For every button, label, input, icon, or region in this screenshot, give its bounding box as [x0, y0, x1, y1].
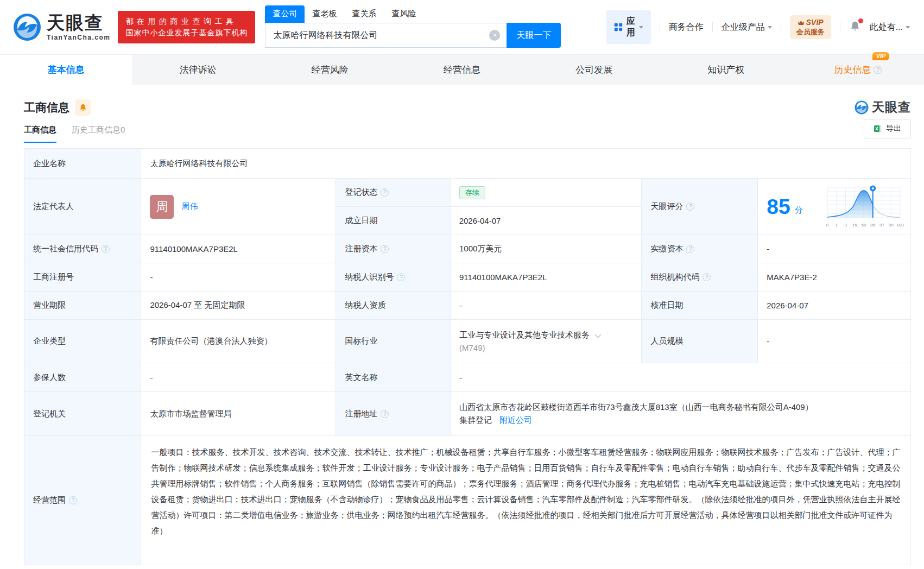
- svg-text:85: 85: [870, 223, 875, 227]
- field-label: 营业期限: [33, 300, 66, 311]
- subtab-history-registration[interactable]: 历史工商信息0: [72, 125, 125, 143]
- svip-membership-button[interactable]: SVIP 会员服务: [790, 15, 831, 39]
- help-icon[interactable]: [69, 496, 77, 504]
- field-label: 登记机关: [33, 409, 66, 419]
- user-account-menu[interactable]: 此处有...: [870, 22, 910, 33]
- section-title: 工商信息: [24, 100, 69, 115]
- score-unit: 分: [795, 205, 803, 216]
- legal-rep-avatar[interactable]: 周: [150, 195, 174, 219]
- field-label: 注册地址: [345, 409, 377, 419]
- table-row: 企业类型 有限责任公司（港澳台法人独资） 国标行业 工业与专业设计及其他专业技术…: [24, 320, 910, 363]
- divider: [781, 22, 781, 32]
- table-row: 参保人数 - 英文名称 -: [24, 363, 910, 392]
- tab-business-info[interactable]: 经营信息: [396, 55, 528, 85]
- search-tab-boss[interactable]: 查老板: [305, 5, 344, 23]
- svg-text:0: 0: [826, 223, 829, 227]
- divider: [840, 22, 840, 32]
- tianyancha-watermark: 天眼查: [855, 99, 911, 116]
- notifications-bell-icon[interactable]: [849, 20, 861, 34]
- tab-operational-risk[interactable]: 经营风险: [264, 55, 396, 85]
- svg-text:100: 100: [896, 223, 904, 227]
- help-icon[interactable]: [686, 245, 694, 253]
- header-right-nav: 应用 商务合作 企业级产品 SVIP 会员服务: [606, 10, 910, 44]
- notification-dot: [858, 18, 863, 23]
- logo-title: 天眼查: [47, 14, 110, 31]
- subscribe-bell-button[interactable]: [75, 99, 91, 116]
- field-label: 法定代表人: [33, 201, 74, 212]
- svg-text:50: 50: [862, 223, 866, 227]
- field-label: 经营范围: [33, 495, 66, 505]
- brand-slogan-banner: 都在用的商业查询工具 国家中小企业发展子基金旗下机构: [118, 11, 255, 43]
- field-label: 纳税人资质: [345, 300, 385, 311]
- tab-legal-proceedings[interactable]: 法律诉讼: [132, 55, 264, 85]
- field-label: 纳税人识别号: [345, 272, 394, 282]
- help-icon[interactable]: [381, 410, 389, 418]
- search-block: 查公司 查老板 查关系 查风险 天眼一下: [265, 7, 561, 48]
- svg-text:99: 99: [889, 223, 894, 227]
- apps-grid-icon: [614, 23, 623, 31]
- watermark-logo-icon: [855, 100, 869, 115]
- tianyancha-logo[interactable]: 天眼查 TianYanCha.com: [13, 13, 110, 41]
- english-name-value: -: [459, 373, 462, 382]
- field-label: 企业名称: [33, 159, 66, 169]
- vip-badge: VIP: [872, 52, 890, 60]
- export-button[interactable]: 导出: [864, 119, 911, 138]
- field-label: 登记状态: [345, 187, 377, 198]
- cluster-registration-label: 集群登记: [459, 415, 492, 426]
- industry-value: 工业与专业设计及其他专业技术服务: [459, 330, 590, 340]
- credit-code-value: 91140100MAKA7P3E2L: [150, 244, 238, 254]
- approval-date-value: 2026-04-07: [767, 301, 808, 310]
- field-label: 国标行业: [345, 336, 377, 346]
- search-tab-company[interactable]: 查公司: [265, 5, 305, 23]
- search-button[interactable]: 天眼一下: [507, 23, 561, 48]
- staff-size-value: -: [767, 337, 769, 346]
- tab-basic-info[interactable]: 基本信息: [0, 55, 132, 85]
- tab-history-info[interactable]: 历史信息 VIP: [792, 55, 924, 85]
- field-label: 统一社会信用代码: [33, 244, 98, 254]
- search-tab-relation[interactable]: 查关系: [344, 5, 384, 23]
- tab-company-development[interactable]: 公司发展: [528, 55, 660, 85]
- help-icon[interactable]: [397, 273, 405, 281]
- search-tabs: 查公司 查老板 查关系 查风险: [265, 7, 561, 23]
- paid-capital-value: -: [767, 244, 769, 254]
- org-code-value: MAKA7P3E-2: [767, 273, 817, 282]
- tab-intellectual-property[interactable]: 知识产权: [660, 55, 792, 85]
- nearby-companies-link[interactable]: 附近公司: [499, 415, 532, 426]
- field-label: 组织机构代码: [650, 272, 699, 282]
- reg-authority-value: 太原市市场监督管理局: [150, 409, 231, 419]
- divider: [712, 22, 713, 32]
- field-label: 成立日期: [345, 216, 377, 226]
- field-label: 企业类型: [33, 336, 66, 346]
- expand-chevron-icon[interactable]: [595, 331, 601, 337]
- help-icon[interactable]: [874, 66, 882, 74]
- enterprise-products-menu[interactable]: 企业级产品: [722, 22, 772, 33]
- business-term-value: 2026-04-07 至 无固定期限: [150, 300, 245, 311]
- help-icon[interactable]: [381, 188, 389, 197]
- help-icon[interactable]: [102, 245, 110, 253]
- help-icon[interactable]: [381, 245, 389, 253]
- chevron-down-icon: [906, 26, 910, 29]
- banner-line2: 国家中小企业发展子基金旗下机构: [125, 27, 248, 39]
- taxpayer-quality-value: -: [459, 301, 462, 310]
- search-input[interactable]: [265, 23, 507, 48]
- search-tab-risk[interactable]: 查风险: [384, 5, 423, 23]
- tianyan-score-value: 85: [767, 196, 790, 217]
- apps-menu-label: 应用: [626, 16, 635, 39]
- table-row: 企业名称 太原哈行网络科技有限公司: [24, 149, 910, 179]
- tianyancha-company-page: 天眼查 TianYanCha.com 都在用的商业查询工具 国家中小企业发展子基…: [0, 0, 924, 569]
- legal-rep-link[interactable]: 周伟: [181, 201, 198, 212]
- chevron-down-icon: [768, 26, 772, 29]
- reg-address-value: 山西省太原市杏花岭区鼓楼街道西羊市街73号鑫茂大厦813室（山西一电商务秘书有限…: [459, 402, 813, 413]
- help-icon[interactable]: [703, 273, 711, 281]
- main-content: 工商信息 天眼查 工商信息 历史工商信息0: [0, 99, 924, 565]
- business-cooperation-link[interactable]: 商务合作: [669, 22, 704, 33]
- svg-text:1: 1: [836, 223, 838, 227]
- help-icon[interactable]: [686, 203, 694, 211]
- bell-icon: [79, 103, 87, 112]
- table-row: 经营范围 一般项目：技术服务、技术开发、技术咨询、技术交流、技术转让、技术推广；…: [24, 436, 910, 565]
- table-row: 法定代表人 周 周伟 登记状态 存续: [24, 179, 910, 235]
- business-scope-value: 一般项目：技术服务、技术开发、技术咨询、技术交流、技术转让、技术推广；机械设备租…: [151, 447, 900, 535]
- banner-line1: 都在用的商业查询工具: [125, 16, 248, 27]
- subtab-current-registration[interactable]: 工商信息: [24, 125, 56, 143]
- apps-menu[interactable]: 应用: [606, 10, 651, 44]
